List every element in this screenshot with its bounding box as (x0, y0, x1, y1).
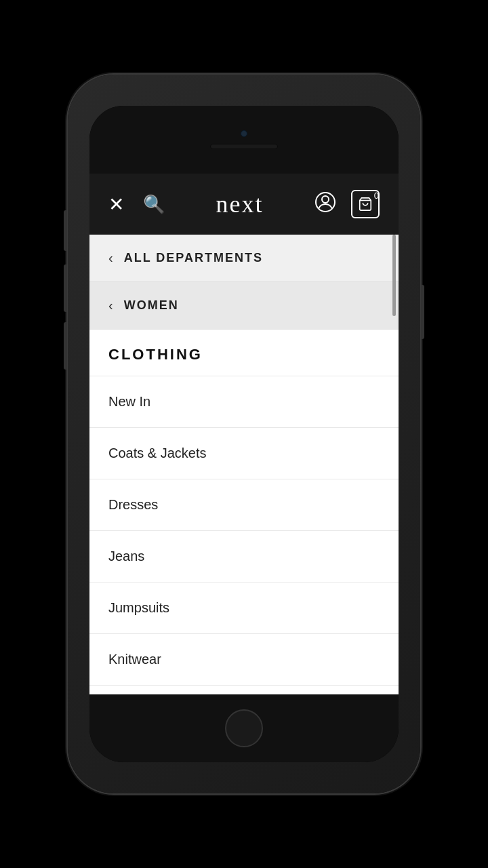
cart-badge: 0 (374, 191, 379, 201)
women-label: WOMEN (124, 298, 179, 313)
clothing-title: CLOTHING (108, 346, 203, 363)
menu-item-jeans[interactable]: Jeans (89, 531, 399, 583)
back-chevron-women-icon: ‹ (108, 298, 113, 313)
menu-item-new-in[interactable]: New In (89, 376, 399, 428)
header-right: 0 (314, 190, 380, 218)
nav-women[interactable]: ‹ WOMEN (89, 282, 399, 330)
all-departments-label: ALL DEPARTMENTS (124, 251, 263, 265)
jumpsuits-label: Jumpsuits (108, 600, 169, 616)
svg-point-1 (322, 196, 329, 203)
back-chevron-icon: ‹ (108, 250, 113, 266)
menu-item-dresses[interactable]: Dresses (89, 479, 399, 531)
close-icon[interactable]: ✕ (108, 193, 124, 216)
menu-item-knitwear[interactable]: Knitwear (89, 634, 399, 686)
clothing-section-header: CLOTHING (89, 330, 399, 376)
dresses-label: Dresses (108, 497, 158, 513)
menu-item-coats-jackets[interactable]: Coats & Jackets (89, 428, 399, 479)
cart-button[interactable]: 0 (351, 190, 380, 218)
nav-all-departments[interactable]: ‹ ALL DEPARTMENTS (89, 235, 399, 282)
camera (241, 130, 247, 137)
knitwear-label: Knitwear (108, 652, 161, 667)
menu-item-shirts-blouses[interactable]: Shirts & Blouses (89, 686, 399, 694)
app-header: ✕ 🔍 next (89, 174, 399, 235)
app-logo: next (216, 190, 264, 218)
phone-screen: ✕ 🔍 next (89, 106, 399, 762)
top-bezel (89, 106, 399, 174)
bottom-bezel (89, 694, 399, 762)
menu-item-jumpsuits[interactable]: Jumpsuits (89, 583, 399, 634)
home-button[interactable] (225, 709, 263, 747)
user-icon[interactable] (314, 191, 336, 218)
coats-jackets-label: Coats & Jackets (108, 446, 207, 461)
scrollbar[interactable] (392, 235, 396, 316)
jeans-label: Jeans (108, 549, 144, 564)
screen-content: ✕ 🔍 next (89, 174, 399, 694)
new-in-label: New In (108, 394, 150, 410)
phone-device: ✕ 🔍 next (68, 75, 420, 793)
volume-up-button (64, 264, 67, 312)
header-left: ✕ 🔍 (108, 193, 165, 216)
volume-down-button (64, 322, 67, 370)
search-icon[interactable]: 🔍 (143, 194, 165, 215)
speaker (210, 144, 278, 149)
power-button (421, 285, 424, 339)
